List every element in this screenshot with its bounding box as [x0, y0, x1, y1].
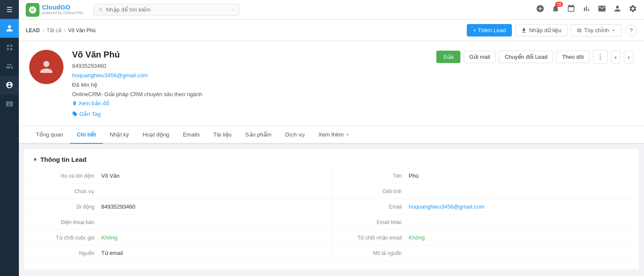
field-ho-ten-dem: Họ và tên đệm Võ Văn [24, 168, 331, 184]
user-icon[interactable] [613, 4, 622, 15]
section-title: ▼ Thông tin Lead [24, 149, 639, 168]
profile-status: Đã liên hệ [72, 80, 428, 90]
form-right-col: Tên Phú Giới tính Email hoquanghieu3456@… [332, 168, 639, 261]
breadcrumb-parent[interactable]: Tất cả [47, 27, 61, 33]
tabs-bar: Tổng quan Chi tiết Nhật ký Hoạt động Ema… [19, 126, 644, 144]
logo-name: CloudGO [42, 4, 83, 11]
help-button[interactable]: ? [625, 24, 637, 36]
settings-icon[interactable] [629, 4, 637, 15]
customize-arrow-icon [611, 28, 616, 33]
profile-email-display: hoquanghieu3456@gmail.com [72, 71, 428, 80]
field-email: Email hoquanghieu3456@gmail.com [332, 199, 639, 215]
tab-xem-them[interactable]: Xem thêm [311, 126, 357, 144]
add-lead-button[interactable]: + Thêm Lead [467, 24, 512, 36]
notification-icon[interactable]: 72 [551, 4, 560, 15]
profile-card: Võ Văn Phú 84935293460 hoquanghieu3456@g… [19, 41, 644, 126]
sidebar-menu-icon[interactable]: ☰ [0, 0, 19, 19]
customize-button[interactable]: Tùy chỉnh [571, 24, 622, 36]
next-button[interactable]: › [624, 51, 634, 64]
content-area: Võ Văn Phú 84935293460 hoquanghieu3456@g… [19, 41, 644, 276]
search-dropdown-icon [230, 7, 235, 12]
send-mail-button[interactable]: Gửi mail [464, 51, 496, 63]
field-ten: Tên Phú [332, 168, 639, 184]
more-actions-button[interactable]: ⋮ [593, 50, 608, 64]
field-tu-choi-email: Từ chối nhận email Không [332, 230, 639, 246]
field-tu-choi-cuoc-goi: Từ chối cuộc gọi Không [24, 230, 331, 246]
search-icon [98, 7, 103, 13]
sidebar: ☰ [0, 0, 19, 276]
profile-name: Võ Văn Phú [72, 50, 428, 60]
customize-icon [576, 27, 582, 33]
profile-phone: 84935293460 [72, 61, 428, 71]
sidebar-table-icon[interactable] [0, 38, 19, 57]
field-nguon: Nguồn Từ email [24, 246, 331, 261]
breadcrumb-bar: LEAD › Tất cả › Võ Văn Phú + Thêm Lead N… [19, 20, 644, 41]
breadcrumb-sep1: › [42, 27, 44, 33]
breadcrumb-actions: + Thêm Lead Nhập dữ liệu Tùy chỉnh ? [467, 24, 637, 36]
section-arrow: ▼ [33, 157, 38, 163]
tag-icon [72, 111, 78, 117]
chart-icon[interactable] [582, 4, 591, 15]
sidebar-group-icon[interactable] [0, 57, 19, 76]
profile-info: Võ Văn Phú 84935293460 hoquanghieu3456@g… [72, 50, 428, 117]
search-box[interactable] [94, 4, 239, 15]
logo-icon [26, 3, 39, 17]
sidebar-idcard-icon[interactable] [0, 94, 19, 113]
breadcrumb-current: Võ Văn Phú [68, 27, 96, 33]
breadcrumb-root[interactable]: LEAD [26, 27, 40, 33]
edit-button[interactable]: Sửa [436, 51, 460, 63]
tab-nhat-ky[interactable]: Nhật ký [103, 126, 136, 144]
convert-button[interactable]: Chuyển đổi Lead [499, 51, 553, 63]
field-chuc-vu: Chức vụ [24, 184, 331, 199]
logo-sub: powered by OnlineCRM [42, 11, 83, 15]
avatar [29, 50, 63, 84]
tab-hoat-dong[interactable]: Hoạt động [136, 126, 176, 144]
main-area: CloudGO powered by OnlineCRM 72 [19, 0, 644, 276]
avatar-icon [37, 58, 55, 76]
field-dien-thoai-ban: Điện thoại bàn [24, 215, 331, 230]
follow-button[interactable]: Theo dõi [556, 51, 590, 63]
tab-more-icon [345, 132, 350, 137]
topnav: CloudGO powered by OnlineCRM 72 [19, 0, 644, 20]
logo: CloudGO powered by OnlineCRM [26, 3, 83, 17]
search-input[interactable] [106, 6, 227, 13]
profile-company: OnlineCRM- Giải pháp CRM chuyên sâu theo… [72, 90, 428, 99]
tab-chi-tiet[interactable]: Chi tiết [70, 126, 103, 144]
tab-tong-quan[interactable]: Tổng quan [29, 126, 70, 144]
mail-icon[interactable] [598, 4, 606, 15]
form-grid: Họ và tên đệm Võ Văn Chức vụ Di động 849… [24, 168, 639, 261]
notification-badge: 72 [555, 2, 563, 7]
profile-email-link[interactable]: hoquanghieu3456@gmail.com [72, 72, 148, 79]
sidebar-person-icon[interactable] [0, 76, 19, 94]
field-di-dong: Di động 84935293460 [24, 199, 331, 215]
sidebar-contacts-icon[interactable] [0, 19, 19, 38]
lead-info-section: ▼ Thông tin Lead Họ và tên đệm Võ Văn Ch… [24, 149, 639, 270]
tab-san-pham[interactable]: Sản phẩm [239, 126, 278, 144]
prev-button[interactable]: ‹ [611, 51, 621, 64]
calendar-icon[interactable] [567, 4, 575, 15]
tab-tai-lieu[interactable]: Tài liệu [206, 126, 239, 144]
profile-actions: Sửa Gửi mail Chuyển đổi Lead Theo dõi ⋮ … [436, 50, 634, 64]
map-pin-icon [72, 101, 77, 106]
breadcrumb-sep2: › [64, 27, 66, 33]
field-gioi-tinh: Giới tính [332, 184, 639, 199]
nav-right: 72 [536, 4, 637, 15]
map-link[interactable]: Xem bản đồ [72, 100, 428, 106]
import-button[interactable]: Nhập dữ liệu [515, 24, 567, 36]
field-email-khac: Email khác [332, 215, 639, 230]
tag-link[interactable]: Gắn Tag [72, 111, 428, 117]
tab-dich-vu[interactable]: Dịch vụ [278, 126, 311, 144]
tab-emails[interactable]: Emails [176, 126, 206, 144]
import-icon [521, 27, 527, 33]
form-left-col: Họ và tên đệm Võ Văn Chức vụ Di động 849… [24, 168, 332, 261]
logo-text: CloudGO powered by OnlineCRM [42, 4, 83, 15]
add-icon[interactable] [536, 4, 544, 15]
field-mo-ta-nguon: Mô tả nguồn [332, 246, 639, 261]
